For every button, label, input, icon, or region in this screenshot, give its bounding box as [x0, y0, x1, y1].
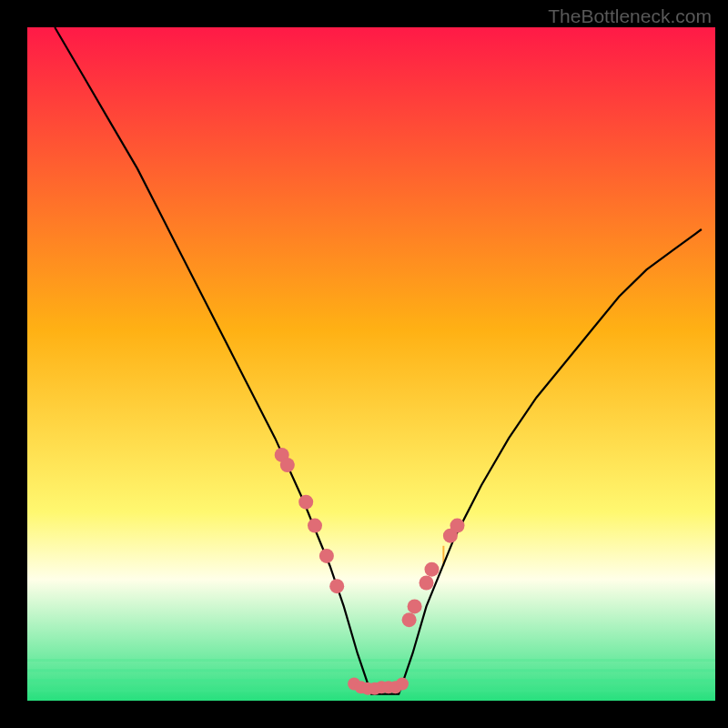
bottleneck-chart — [0, 0, 728, 728]
bead — [425, 562, 440, 577]
watermark-text: TheBottleneck.com — [548, 5, 712, 27]
bead — [408, 599, 422, 613]
bead — [319, 549, 334, 563]
bead — [329, 579, 344, 593]
bead — [308, 519, 322, 533]
bead — [450, 519, 465, 533]
chart-frame: TheBottleneck.com — [0, 0, 728, 728]
plot-background — [27, 27, 715, 701]
bead — [402, 612, 417, 627]
bead — [298, 495, 313, 510]
bead — [280, 458, 295, 472]
bead — [396, 678, 409, 691]
bead — [420, 576, 434, 591]
